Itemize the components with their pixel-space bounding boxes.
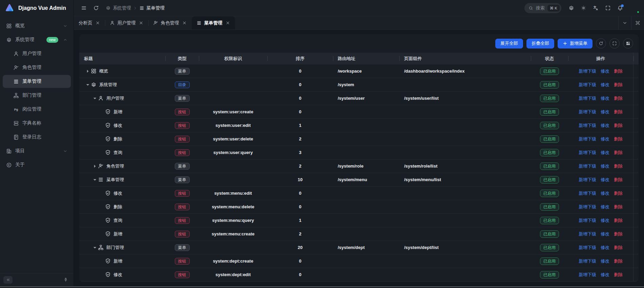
breadcrumb-item-system[interactable]: 系统管理 (106, 5, 131, 11)
edit-link[interactable]: 修改 (601, 82, 609, 88)
add-child-link[interactable]: 新增下级 (579, 109, 596, 115)
delete-link[interactable]: 删除 (614, 258, 623, 264)
delete-link[interactable]: 删除 (614, 204, 623, 210)
edit-link[interactable]: 修改 (601, 272, 609, 278)
user-avatar[interactable] (629, 3, 639, 13)
breadcrumb-item-menu[interactable]: 菜单管理 (139, 5, 165, 11)
add-child-link[interactable]: 新增下级 (579, 82, 596, 88)
delete-link[interactable]: 删除 (614, 177, 623, 183)
close-icon[interactable] (225, 20, 230, 25)
edit-link[interactable]: 修改 (601, 204, 609, 210)
tab-菜单管理[interactable]: 菜单管理 (192, 16, 235, 30)
delete-link[interactable]: 删除 (614, 163, 623, 169)
edit-link[interactable]: 修改 (601, 122, 609, 129)
tabs-dropdown-button[interactable] (618, 16, 631, 30)
column-settings-button[interactable] (623, 38, 633, 49)
menu-icon (13, 79, 19, 84)
close-icon[interactable] (182, 20, 187, 25)
edit-link[interactable]: 修改 (601, 68, 609, 74)
caret-down-icon[interactable] (92, 245, 98, 250)
delete-link[interactable]: 删除 (614, 82, 623, 88)
edit-link[interactable]: 修改 (601, 258, 609, 264)
sidebar-item-menu[interactable]: 菜单管理 (3, 75, 71, 88)
delete-link[interactable]: 删除 (614, 122, 623, 129)
close-icon[interactable] (139, 20, 144, 25)
add-child-link[interactable]: 新增下级 (579, 231, 596, 237)
add-child-link[interactable]: 新增下级 (579, 190, 596, 196)
add-child-link[interactable]: 新增下级 (579, 150, 596, 156)
sidebar-item-user[interactable]: 用户管理 (3, 47, 71, 60)
edit-link[interactable]: 修改 (601, 163, 609, 169)
sidebar-item-role[interactable]: 角色管理 (3, 61, 71, 74)
delete-link[interactable]: 删除 (614, 272, 623, 278)
edit-link[interactable]: 修改 (601, 136, 609, 142)
sidebar-item-log[interactable]: 登录日志 (3, 131, 71, 143)
row-title: 新增 (113, 231, 122, 237)
caret-down-icon[interactable] (92, 177, 98, 182)
close-icon[interactable] (95, 20, 100, 25)
theme-toggle-button[interactable] (578, 3, 588, 13)
add-child-link[interactable]: 新增下级 (579, 177, 596, 183)
caret-down-icon[interactable] (85, 82, 91, 87)
sidebar-item-dept[interactable]: 部门管理 (3, 89, 71, 102)
caret-right-icon[interactable] (92, 164, 98, 169)
add-child-link[interactable]: 新增下级 (579, 68, 596, 74)
permission-value: system:menu:create (212, 231, 254, 236)
table-refresh-button[interactable] (596, 38, 606, 49)
add-child-link[interactable]: 新增下级 (579, 258, 596, 264)
sidebar-toggle-button[interactable] (79, 3, 89, 13)
edit-link[interactable]: 修改 (601, 190, 609, 196)
delete-link[interactable]: 删除 (614, 231, 623, 237)
sidebar-collapse-button[interactable] (3, 276, 13, 284)
add-child-link[interactable]: 新增下级 (579, 122, 596, 129)
edit-link[interactable]: 修改 (601, 177, 609, 183)
sidebar-item-project[interactable]: 项目 (3, 145, 71, 157)
delete-link[interactable]: 删除 (614, 150, 623, 156)
add-child-link[interactable]: 新增下级 (579, 136, 596, 142)
actions-cell: 新增下级修改删除 (568, 78, 633, 91)
edit-link[interactable]: 修改 (601, 95, 609, 101)
sidebar-item-gear[interactable]: 系统管理new (3, 33, 71, 46)
logo-row[interactable]: Djagno Vue Admin (0, 0, 74, 16)
edit-link[interactable]: 修改 (601, 231, 609, 237)
notifications-button[interactable] (615, 3, 625, 13)
sidebar-item-dict[interactable]: 字典名称 (3, 117, 71, 130)
sidebar-item-dashboard[interactable]: 概览 (3, 19, 71, 32)
add-child-link[interactable]: 新增下级 (579, 245, 596, 251)
sidebar-item-pg[interactable]: Pg岗位管理 (3, 103, 71, 116)
add-child-link[interactable]: 新增下级 (579, 272, 596, 278)
page-refresh-button[interactable] (91, 3, 101, 13)
caret-right-icon[interactable] (85, 69, 91, 74)
edit-link[interactable]: 修改 (601, 109, 609, 115)
delete-link[interactable]: 删除 (614, 245, 623, 251)
tab-用户管理[interactable]: 用户管理 (105, 16, 148, 30)
collapse-all-button[interactable]: 折叠全部 (526, 39, 554, 49)
delete-link[interactable]: 删除 (614, 190, 623, 196)
delete-link[interactable]: 删除 (614, 95, 623, 101)
global-search[interactable]: 搜索 ⌘ K (524, 3, 561, 13)
language-button[interactable]: 文A (590, 3, 601, 13)
edit-link[interactable]: 修改 (601, 217, 609, 224)
tab-角色管理[interactable]: 角色管理 (148, 16, 192, 30)
add-child-link[interactable]: 新增下级 (579, 163, 596, 169)
edit-link[interactable]: 修改 (601, 150, 609, 156)
delete-link[interactable]: 删除 (614, 217, 623, 224)
add-menu-button[interactable]: 新增菜单 (558, 39, 593, 49)
add-child-link[interactable]: 新增下级 (579, 95, 596, 101)
delete-link[interactable]: 删除 (614, 136, 623, 142)
caret-down-icon[interactable] (92, 96, 98, 101)
delete-link[interactable]: 删除 (614, 109, 623, 115)
table-fullscreen-button[interactable] (609, 38, 620, 49)
settings-button[interactable] (566, 3, 576, 13)
sidebar-item-about[interactable]: 关于 (3, 158, 71, 171)
tab-分析页[interactable]: 分析页 (74, 16, 105, 30)
type-cell: 按钮 (165, 268, 199, 281)
fullscreen-button[interactable] (603, 3, 613, 13)
tab-maximize-button[interactable] (631, 16, 644, 30)
sidebar-pin-button[interactable] (61, 276, 70, 284)
add-child-link[interactable]: 新增下级 (579, 217, 596, 224)
expand-all-button[interactable]: 展开全部 (495, 39, 523, 49)
edit-link[interactable]: 修改 (601, 245, 609, 251)
add-child-link[interactable]: 新增下级 (579, 204, 596, 210)
delete-link[interactable]: 删除 (614, 68, 623, 74)
